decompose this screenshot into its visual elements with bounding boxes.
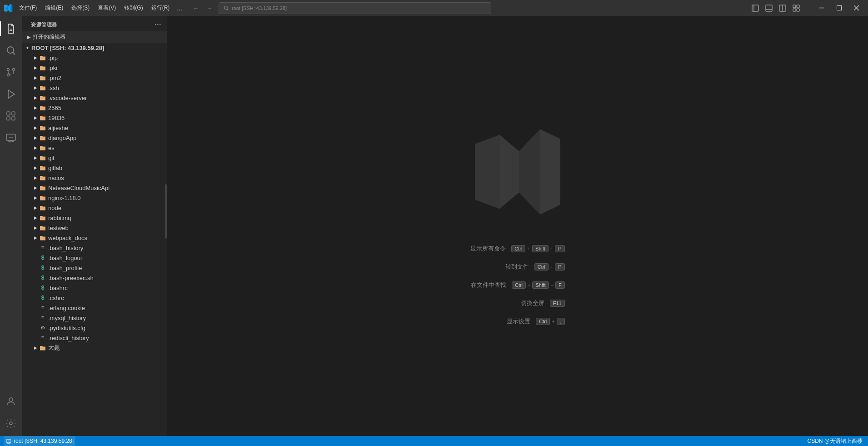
folder-ssh[interactable]: ▶ .ssh — [22, 83, 167, 93]
menu-edit[interactable]: 编辑(E) — [41, 2, 67, 14]
status-csdn[interactable]: CSDN @无语堵上西楼 — [805, 436, 864, 446]
menu-goto[interactable]: 转到(G) — [120, 2, 146, 14]
files-icon — [5, 23, 16, 34]
close-button[interactable] — [848, 0, 864, 16]
folder-webpack[interactable]: ▶ webpack_docs — [22, 233, 167, 243]
menu-more[interactable]: ... — [174, 3, 185, 14]
folder-pki[interactable]: ▶ .pki — [22, 63, 167, 73]
activity-run[interactable] — [0, 83, 22, 105]
sidebar: 资源管理器 ··· ▶ 打开的编辑器 ▼ ROOT [SSH: 43.139.5… — [22, 16, 167, 436]
folder-pip[interactable]: ▶ .pip — [22, 53, 167, 63]
folder-djangoApp[interactable]: ▶ djangoApp — [22, 133, 167, 143]
svg-rect-11 — [797, 9, 799, 11]
folder-webpack-label: webpack_docs — [48, 235, 87, 241]
activity-settings[interactable] — [0, 412, 22, 434]
file-bash-logout-label: .bash_logout — [48, 255, 82, 261]
remote-status-icon — [5, 438, 12, 444]
svg-rect-9 — [797, 5, 799, 8]
svg-rect-8 — [793, 5, 796, 8]
folder-icon — [39, 124, 46, 131]
folder-dati[interactable]: ▶ 大题 — [22, 343, 167, 353]
title-search-bar[interactable]: root [SSH: 43.139.59.28] — [219, 2, 491, 14]
folder-2565-label: 2565 — [48, 105, 61, 111]
title-bar: 文件(F) 编辑(E) 选择(S) 查看(V) 转到(G) 运行(R) ... … — [0, 0, 868, 16]
folder-netease[interactable]: ▶ NeteaseCloudMusicApi — [22, 183, 167, 193]
command-toggle-fullscreen: 切换全屏 F11 — [521, 299, 565, 307]
folder-es[interactable]: ▶ es — [22, 143, 167, 153]
folder-19836[interactable]: ▶ 19836 — [22, 113, 167, 123]
folder-testweb[interactable]: ▶ testweb — [22, 223, 167, 233]
file-bash-preexec[interactable]: $ .bash-preexec.sh — [22, 273, 167, 283]
folder-nacos[interactable]: ▶ nacos — [22, 173, 167, 183]
editor-layout-btn[interactable] — [776, 2, 789, 14]
menu-run[interactable]: 运行(R) — [148, 2, 174, 14]
file-erlang-cookie[interactable]: ≡ .erlang.cookie — [22, 303, 167, 313]
root-arrow: ▼ — [25, 45, 30, 50]
status-ssh[interactable]: root [SSH: 43.139.59.28] — [4, 436, 75, 446]
folder-nginx[interactable]: ▶ nginx-1.18.0 — [22, 193, 167, 203]
panel-toggle-btn[interactable] — [763, 2, 775, 14]
file-bash-profile[interactable]: $ .bash_profile — [22, 263, 167, 273]
activity-source-control[interactable] — [0, 61, 22, 83]
title-bar-left: 文件(F) 编辑(E) 选择(S) 查看(V) 转到(G) 运行(R) ... … — [4, 2, 216, 14]
folder-git[interactable]: ▶ git — [22, 153, 167, 163]
folder-aijieshe[interactable]: ▶ aijieshe — [22, 123, 167, 133]
folder-netease-label: NeteaseCloudMusicApi — [48, 185, 110, 191]
svg-rect-28 — [7, 117, 10, 120]
activity-extensions[interactable] — [0, 105, 22, 127]
file-rediscli-history-label: .rediscli_history — [48, 335, 89, 341]
file-bash-logout[interactable]: $ .bash_logout — [22, 253, 167, 263]
folder-2565[interactable]: ▶ 2565 — [22, 103, 167, 113]
maximize-button[interactable] — [831, 0, 847, 16]
file-cshrc[interactable]: $ .cshrc — [22, 293, 167, 303]
sidebar-toggle-btn[interactable] — [749, 2, 762, 14]
file-dollar-icon: $ — [39, 294, 46, 301]
menu-view[interactable]: 查看(V) — [94, 2, 120, 14]
open-editors-section[interactable]: ▶ 打开的编辑器 — [22, 31, 167, 43]
folder-testweb-label: testweb — [48, 225, 69, 231]
folder-gitlab[interactable]: ▶ gitlab — [22, 163, 167, 173]
key-combo-show-all: Ctrl + Shift + P — [511, 245, 564, 252]
activity-accounts[interactable] — [0, 391, 22, 412]
activity-search[interactable] — [0, 40, 22, 61]
folder-icon — [39, 64, 46, 71]
file-bash-history[interactable]: ≡ .bash_history — [22, 243, 167, 253]
file-bashrc[interactable]: $ .bashrc — [22, 283, 167, 293]
file-erlang-cookie-label: .erlang.cookie — [48, 305, 85, 311]
folder-icon — [39, 154, 46, 161]
command-toggle-fullscreen-label: 切换全屏 — [521, 299, 544, 307]
nav-forward[interactable]: → — [203, 2, 216, 14]
svg-line-19 — [13, 53, 15, 55]
folder-node[interactable]: ▶ node — [22, 203, 167, 213]
sidebar-dots-menu[interactable]: ··· — [155, 20, 161, 29]
key-shift: Shift — [532, 281, 549, 289]
folder-arrow: ▶ — [32, 85, 39, 90]
svg-rect-13 — [837, 6, 841, 10]
folder-rabbitmq[interactable]: ▶ rabbitmq — [22, 213, 167, 223]
file-rediscli-history[interactable]: ≡ .rediscli_history — [22, 333, 167, 343]
folder-icon — [39, 164, 46, 171]
activity-explorer[interactable] — [0, 18, 22, 40]
settings-activity-icon — [5, 418, 16, 429]
key-combo-toggle-fullscreen: F11 — [550, 300, 565, 307]
minimize-button[interactable] — [813, 0, 830, 16]
folder-arrow: ▶ — [32, 75, 39, 80]
file-pydistutils[interactable]: ⚙ .pydistutils.cfg — [22, 323, 167, 333]
root-section-header[interactable]: ▼ ROOT [SSH: 43.139.59.28] — [22, 43, 167, 53]
menu-file[interactable]: 文件(F) — [15, 2, 40, 14]
file-mysql-history[interactable]: ≡ .mysql_history — [22, 313, 167, 323]
folder-icon — [39, 104, 46, 111]
folder-icon — [39, 94, 46, 101]
folder-nginx-label: nginx-1.18.0 — [48, 195, 81, 201]
activity-remote[interactable] — [0, 127, 22, 149]
folder-vscode-server[interactable]: ▶ .vscode-server — [22, 93, 167, 103]
nav-back[interactable]: ← — [190, 2, 202, 14]
folder-icon — [39, 84, 46, 91]
menu-select[interactable]: 选择(S) — [68, 2, 93, 14]
file-dollar-icon: $ — [39, 284, 46, 291]
folder-arrow: ▶ — [32, 175, 39, 180]
customize-layout-btn[interactable] — [790, 2, 803, 14]
folder-arrow: ▶ — [32, 115, 39, 120]
folder-pm2[interactable]: ▶ .pm2 — [22, 73, 167, 83]
folder-djangoApp-label: djangoApp — [48, 135, 76, 141]
